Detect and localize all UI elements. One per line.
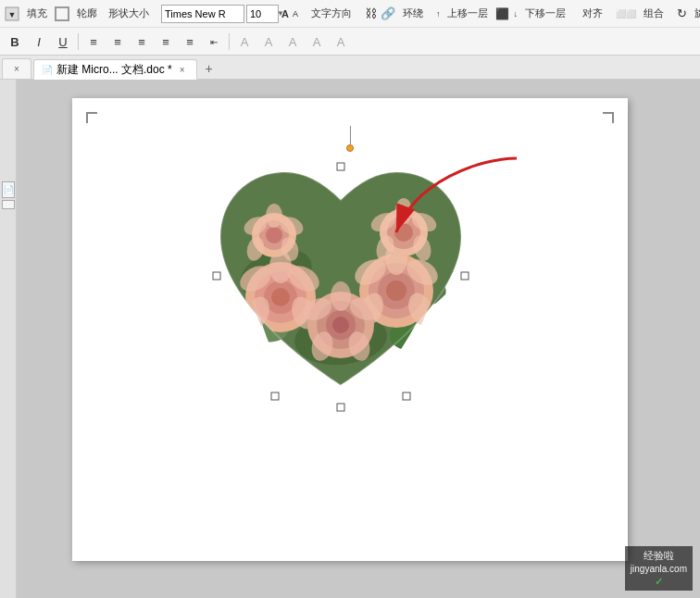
font-size-box[interactable]: ▼: [246, 5, 279, 23]
tab-document[interactable]: 📄 新建 Micro... 文档.doc * ×: [33, 59, 197, 80]
font-grow-icon[interactable]: A: [281, 4, 290, 24]
svg-point-47: [394, 223, 413, 242]
font-name-input[interactable]: [165, 8, 244, 19]
tab-close-button[interactable]: ×: [176, 63, 189, 76]
svg-point-40: [266, 204, 282, 228]
rotate-handle[interactable]: [346, 126, 354, 152]
svg-point-31: [332, 317, 349, 333]
move-down-layer-icon2[interactable]: ↓: [512, 4, 519, 24]
rotate-icon[interactable]: ↻: [676, 4, 688, 24]
indent-button[interactable]: ≡: [179, 31, 201, 52]
watermark-line2: jingyanla.com: [631, 563, 687, 575]
watermark-line1: 经验啦: [644, 549, 674, 562]
move-down-layer-icon[interactable]: ⬛: [494, 4, 510, 24]
outdent-button[interactable]: ⇤: [203, 31, 225, 52]
toolbar-row1: ▼ 填充 轮廓 形状大小 ▼ ▼ A A 文字方向 ⛓ 🔗 环绕 ↑ 上移一层: [0, 0, 700, 28]
svg-point-22: [386, 280, 406, 301]
align-right-button[interactable]: ≡: [131, 31, 153, 52]
watermark-check: ✓: [655, 575, 663, 588]
margin-toggle[interactable]: [2, 200, 15, 209]
fill-icon[interactable]: ▼: [4, 4, 20, 24]
text-disabled5: A: [330, 31, 352, 52]
font-shrink-icon[interactable]: A: [292, 4, 299, 24]
tab-document-label: 新建 Micro... 文档.doc *: [56, 62, 172, 78]
group-icon[interactable]: ⬜⬜: [615, 4, 637, 24]
shape-size-button[interactable]: 形状大小: [104, 4, 154, 24]
svg-point-39: [266, 227, 282, 243]
align-left-button[interactable]: ≡: [82, 31, 105, 52]
outline-button[interactable]: 轮廓: [72, 4, 102, 24]
rotate-dot[interactable]: [346, 144, 354, 152]
heart-image-container[interactable]: [202, 154, 498, 431]
link-icon[interactable]: ⛓: [364, 4, 378, 24]
corner-top-left: [86, 112, 97, 123]
text-disabled1: A: [233, 31, 256, 52]
watermark: 经验啦 jingyanla.com ✓: [625, 546, 693, 591]
wrap-button[interactable]: 环绕: [398, 4, 428, 24]
outline-icon[interactable]: [54, 4, 70, 24]
svg-text:▼: ▼: [8, 10, 17, 19]
rotate-button[interactable]: 旋转: [690, 4, 700, 24]
handle-bottom-left[interactable]: [271, 392, 279, 400]
svg-point-32: [331, 281, 351, 311]
text-disabled4: A: [306, 31, 328, 52]
toolbar-row2: B I U ≡ ≡ ≡ ≡ ≡ ⇤ A A A A A: [0, 28, 700, 56]
text-direction-button[interactable]: 文字方向: [306, 4, 356, 24]
font-size-input[interactable]: [250, 8, 276, 19]
align-center-button[interactable]: ≡: [106, 31, 129, 52]
font-name-box[interactable]: ▼: [161, 5, 244, 23]
align-justify-button[interactable]: ≡: [155, 31, 177, 52]
align-button[interactable]: 对齐: [578, 4, 607, 24]
handle-bottom-right[interactable]: [403, 392, 410, 400]
tab-bar: × 📄 新建 Micro... 文档.doc * × +: [0, 56, 700, 80]
handle-mid-right[interactable]: [461, 272, 469, 280]
left-ruler: 📄: [0, 80, 17, 598]
tab-add-button[interactable]: +: [199, 58, 219, 79]
link2-icon[interactable]: 🔗: [380, 4, 396, 24]
svg-rect-2: [56, 7, 69, 20]
rotate-line: [350, 126, 351, 144]
svg-point-13: [271, 288, 290, 306]
tab-x-first[interactable]: ×: [10, 63, 23, 76]
separator-fmt: [78, 33, 79, 50]
doc-page: [72, 98, 628, 561]
group-button[interactable]: 组合: [639, 4, 669, 24]
move-down-layer-button[interactable]: 下移一层: [520, 4, 570, 24]
fill-button[interactable]: 填充: [22, 4, 52, 24]
bold-button[interactable]: B: [4, 31, 26, 52]
page-icon[interactable]: 📄: [2, 181, 15, 198]
handle-mid-left[interactable]: [213, 272, 220, 280]
tab-close-btn-area: ×: [2, 58, 31, 79]
toolbar-container: ▼ 填充 轮廓 形状大小 ▼ ▼ A A 文字方向 ⛓ 🔗 环绕 ↑ 上移一层: [0, 0, 700, 56]
tab-doc-icon: 📄: [42, 65, 53, 75]
corner-top-right: [603, 112, 614, 123]
move-up-layer-button[interactable]: 上移一层: [443, 4, 493, 24]
move-up-layer-icon[interactable]: ↑: [435, 4, 442, 24]
handle-bottom-center[interactable]: [337, 404, 344, 411]
separator-txt: [229, 33, 230, 50]
handle-top-center[interactable]: [337, 163, 344, 170]
text-disabled2: A: [257, 31, 280, 52]
underline-button[interactable]: U: [52, 31, 74, 52]
italic-button[interactable]: I: [28, 31, 50, 52]
svg-point-48: [395, 198, 412, 224]
heart-svg: [202, 154, 480, 413]
doc-area: 📄: [0, 80, 700, 598]
text-disabled3: A: [281, 31, 304, 52]
